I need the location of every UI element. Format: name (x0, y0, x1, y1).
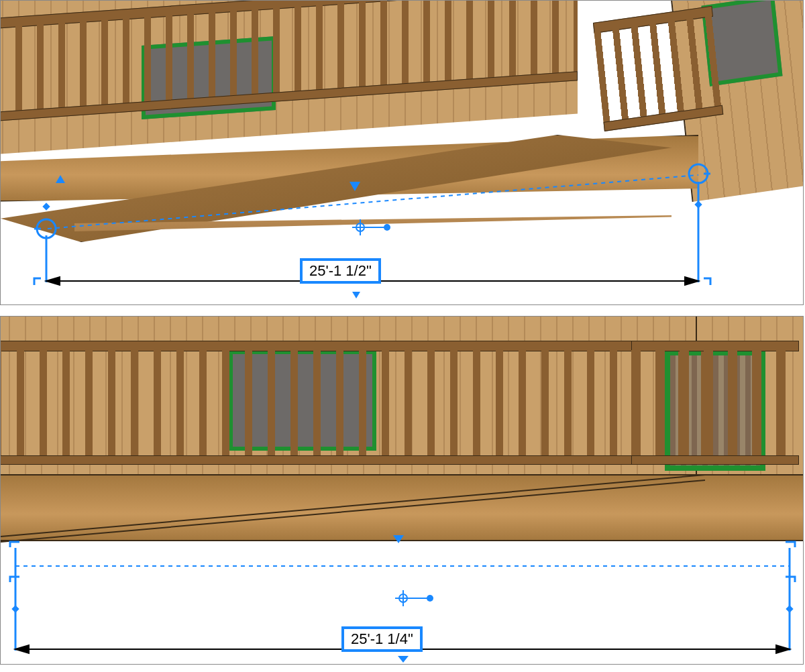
scene-perspective (1, 1, 803, 222)
deck-railing (0, 317, 705, 474)
dimension-input-top[interactable]: 25'-1 1/2" (300, 258, 381, 284)
scene-elevation (1, 317, 803, 548)
svg-marker-10 (352, 292, 360, 298)
svg-point-32 (427, 595, 433, 602)
deck-railing-right (631, 317, 799, 474)
deck-fascia (0, 474, 804, 541)
dimension-input-bottom[interactable]: 25'-1 1/4" (341, 626, 423, 652)
svg-point-14 (384, 224, 390, 231)
svg-marker-9 (685, 277, 698, 285)
move-handle-icon[interactable] (395, 590, 433, 606)
deck-railing-return (591, 0, 725, 152)
svg-point-12 (356, 223, 364, 231)
svg-marker-8 (46, 277, 60, 285)
svg-rect-25 (786, 605, 793, 612)
svg-marker-28 (776, 645, 790, 653)
svg-marker-27 (15, 645, 29, 653)
svg-point-30 (399, 594, 407, 602)
viewport-perspective[interactable]: 25'-1 1/2" (0, 0, 804, 305)
viewport-elevation[interactable]: 25'-1 1/4" (0, 316, 804, 665)
svg-rect-23 (11, 605, 19, 612)
svg-marker-29 (398, 656, 409, 663)
